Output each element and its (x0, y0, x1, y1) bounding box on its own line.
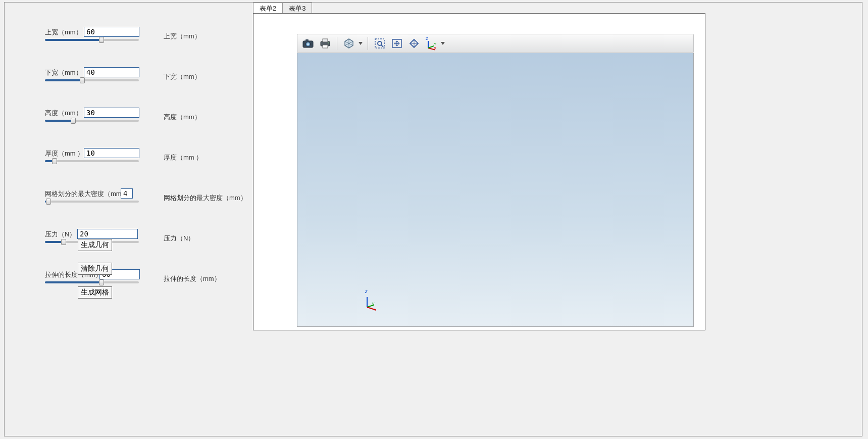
separator (368, 37, 368, 50)
param-input-yl[interactable] (77, 229, 138, 239)
tabstrip: 表单2 表单3 (253, 3, 312, 14)
viewport-toolbar: Z X Y (297, 34, 694, 53)
param-label-sw: 上宽（mm） (45, 28, 82, 37)
svg-marker-17 (441, 42, 445, 45)
slider-gd[interactable] (45, 120, 139, 122)
param-input-gd[interactable] (84, 108, 139, 118)
param-right-mesh: 网格划分的最大密度（mm） (164, 193, 247, 203)
svg-point-3 (307, 43, 309, 45)
slider-hd[interactable] (45, 160, 139, 162)
tab-form2[interactable]: 表单2 (253, 3, 283, 14)
axis-view-dropdown[interactable] (440, 36, 446, 51)
param-row-mesh: 网格划分的最大密度（mm） 网格划分的最大密度（mm） (45, 189, 247, 210)
axis-indicator: z y x (363, 294, 380, 311)
param-right-yl: 压力（N） (164, 234, 194, 243)
param-label-gd: 高度（mm） (45, 109, 82, 118)
generate-mesh-button[interactable]: 生成网格 (78, 286, 112, 299)
reset-view-icon[interactable] (406, 36, 422, 51)
param-input-xw[interactable] (84, 67, 139, 77)
generate-geometry-button[interactable]: 生成几何 (78, 239, 112, 251)
param-label-xw: 下宽（mm） (45, 68, 82, 77)
tab-form3[interactable]: 表单3 (282, 3, 312, 14)
print-icon[interactable] (318, 36, 333, 51)
separator (337, 37, 337, 50)
param-right-hd: 厚度（mm ） (164, 153, 202, 162)
param-right-ls: 拉伸的长度（mm） (164, 274, 221, 283)
zoom-extents-icon[interactable] (389, 36, 404, 51)
svg-rect-1 (305, 39, 309, 41)
slider-mesh[interactable] (45, 201, 139, 203)
param-label-mesh: 网格划分的最大密度（mm） (45, 189, 128, 199)
svg-marker-12 (359, 42, 363, 45)
svg-line-15 (381, 45, 383, 47)
camera-icon[interactable] (300, 36, 316, 51)
slider-xw[interactable] (45, 79, 139, 81)
param-row-yl: 压力（N） 压力（N） (45, 230, 247, 250)
param-right-sw: 上宽（mm） (164, 32, 201, 41)
zoom-box-icon[interactable] (372, 36, 387, 51)
parameter-panel: 上宽（mm） 上宽（mm） 下宽（mm） 下宽（mm） 高度（mm） (45, 28, 247, 311)
param-row-xw: 下宽（mm） 下宽（mm） (45, 68, 247, 88)
transparency-dropdown[interactable] (358, 36, 364, 51)
viewport-frame: Z X Y z y x (253, 13, 705, 330)
param-right-gd: 高度（mm） (164, 113, 201, 122)
param-row-ls: 拉伸的长度（mm） 拉伸的长度（mm） (45, 270, 247, 290)
svg-point-7 (328, 42, 329, 43)
action-buttons: 生成几何 清除几何 生成网格 (78, 239, 112, 310)
param-row-sw: 上宽（mm） 上宽（mm） (45, 28, 247, 48)
param-row-gd: 高度（mm） 高度（mm） (45, 109, 247, 129)
param-right-xw: 下宽（mm） (164, 72, 201, 81)
clear-geometry-button[interactable]: 清除几何 (78, 263, 112, 275)
svg-point-14 (378, 41, 382, 45)
param-label-yl: 压力（N） (45, 230, 76, 239)
param-input-hd[interactable] (84, 148, 139, 158)
app-container: 上宽（mm） 上宽（mm） 下宽（mm） 下宽（mm） 高度（mm） (4, 2, 862, 436)
param-row-hd: 厚度（mm ） 厚度（mm ） (45, 149, 247, 169)
svg-rect-6 (323, 45, 328, 48)
slider-sw[interactable] (45, 39, 139, 41)
axis-view-icon[interactable]: Z X Y (424, 36, 439, 51)
transparency-icon[interactable] (341, 36, 356, 51)
param-input-sw[interactable] (84, 27, 139, 37)
svg-rect-5 (323, 39, 328, 42)
param-input-mesh[interactable] (121, 188, 133, 199)
viewport-canvas[interactable]: z y x (297, 53, 694, 327)
param-label-hd: 厚度（mm ） (45, 149, 84, 158)
